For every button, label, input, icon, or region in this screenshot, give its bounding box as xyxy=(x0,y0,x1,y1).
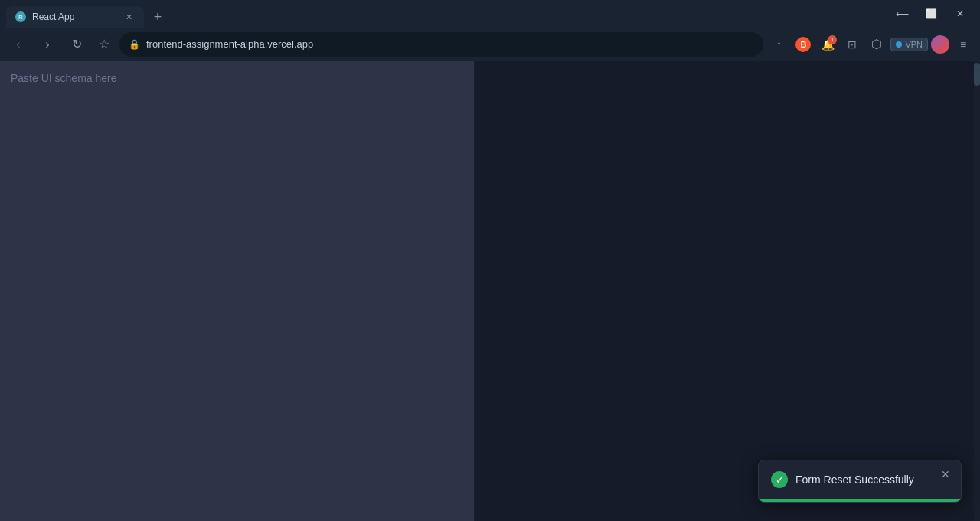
notification-badge: 1 xyxy=(828,35,837,44)
toast-close-button[interactable]: ✕ xyxy=(938,467,953,482)
toast-message: Form Reset Successfully xyxy=(795,473,949,486)
toast-success-icon: ✓ xyxy=(771,471,788,488)
vpn-label: VPN xyxy=(905,40,923,49)
scrollbar-track[interactable] xyxy=(974,61,980,521)
active-tab[interactable]: R React App ✕ xyxy=(6,6,144,28)
vpn-indicator xyxy=(896,41,902,48)
vpn-badge[interactable]: VPN xyxy=(890,38,928,51)
brave-logo: B xyxy=(795,37,811,52)
left-panel[interactable]: Paste UI schema here xyxy=(0,61,475,521)
notifications-button[interactable]: 🔔 1 xyxy=(817,34,838,55)
right-panel xyxy=(475,61,980,521)
back-button[interactable]: ‹ xyxy=(6,32,31,57)
minimize-button[interactable]: ⟵ xyxy=(888,3,916,25)
reload-button[interactable]: ↻ xyxy=(64,32,89,57)
window-controls: ⟵ ⬜ ✕ xyxy=(888,3,974,25)
brave-icon[interactable]: B xyxy=(792,34,814,55)
forward-button[interactable]: › xyxy=(35,32,60,57)
toast-body: ✓ Form Reset Successfully ✕ xyxy=(759,460,961,499)
menu-button[interactable]: ≡ xyxy=(952,34,974,55)
browser-window: R React App ✕ + ⟵ ⬜ ✕ ‹ xyxy=(0,0,980,521)
share-button[interactable]: ↑ xyxy=(768,34,789,55)
schema-placeholder: Paste UI schema here xyxy=(11,72,117,84)
tab-strip: R React App ✕ + xyxy=(6,0,885,28)
toolbar-right: ↑ B 🔔 1 ⊡ ⬡ VPN xyxy=(768,34,974,55)
bookmark-button[interactable]: ☆ xyxy=(93,34,115,55)
toast-progress-bar xyxy=(759,499,961,502)
tab-title: React App xyxy=(32,11,116,22)
sidebar-toggle-button[interactable]: ⊡ xyxy=(841,34,863,55)
scrollbar-thumb[interactable] xyxy=(974,63,980,86)
maximize-button[interactable]: ⬜ xyxy=(917,3,945,25)
address-bar[interactable]: 🔒 frontend-assignment-alpha.vercel.app xyxy=(119,32,763,57)
tab-favicon: R xyxy=(15,11,26,22)
title-bar: R React App ✕ + ⟵ ⬜ ✕ xyxy=(0,0,980,28)
nav-bar: ‹ › ↻ ☆ 🔒 frontend-assignment-alpha.verc… xyxy=(0,28,980,61)
toast-container: ✓ Form Reset Successfully ✕ xyxy=(758,460,962,503)
lock-icon: 🔒 xyxy=(129,39,140,50)
profile-avatar[interactable] xyxy=(931,35,949,54)
toast-notification: ✓ Form Reset Successfully ✕ xyxy=(758,460,962,503)
page-content: Paste UI schema here ✓ Form Reset Succes… xyxy=(0,61,980,521)
new-tab-button[interactable]: + xyxy=(147,6,168,28)
extensions-button[interactable]: ⬡ xyxy=(866,34,887,55)
close-button[interactable]: ✕ xyxy=(946,3,974,25)
url-text: frontend-assignment-alpha.vercel.app xyxy=(146,38,754,50)
tab-close-button[interactable]: ✕ xyxy=(122,11,135,23)
